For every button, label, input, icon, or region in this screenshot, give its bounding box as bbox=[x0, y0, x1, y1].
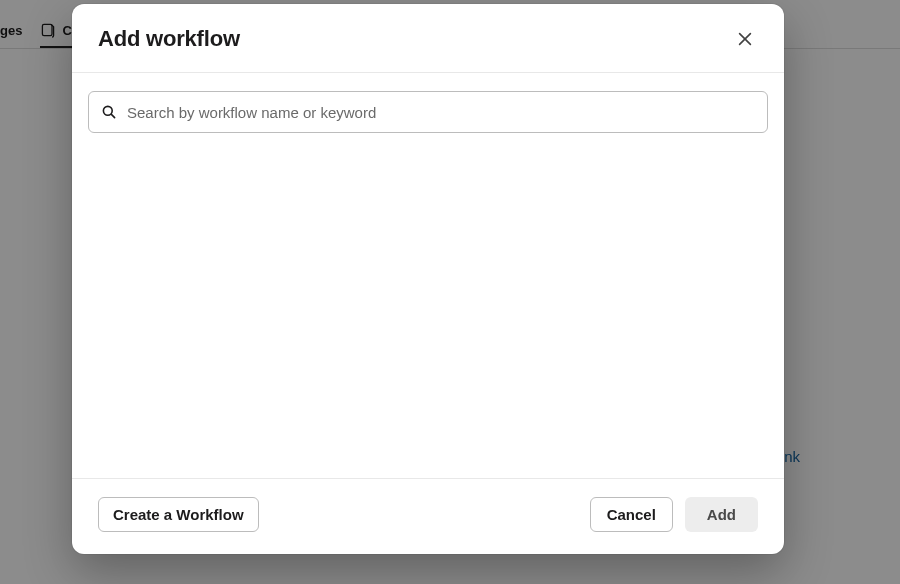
create-workflow-button[interactable]: Create a Workflow bbox=[98, 497, 259, 532]
modal-title: Add workflow bbox=[98, 26, 240, 52]
footer-right-group: Cancel Add bbox=[590, 497, 758, 532]
close-button[interactable] bbox=[732, 26, 758, 52]
modal-header: Add workflow bbox=[72, 4, 784, 73]
close-icon bbox=[736, 30, 754, 48]
add-workflow-modal: Add workflow Create a Workflow Cancel Ad… bbox=[72, 4, 784, 554]
search-input[interactable] bbox=[127, 104, 755, 121]
cancel-button[interactable]: Cancel bbox=[590, 497, 673, 532]
modal-footer: Create a Workflow Cancel Add bbox=[72, 478, 784, 554]
search-icon bbox=[101, 104, 117, 120]
add-button[interactable]: Add bbox=[685, 497, 758, 532]
modal-body bbox=[72, 73, 784, 478]
search-field-wrap[interactable] bbox=[88, 91, 768, 133]
